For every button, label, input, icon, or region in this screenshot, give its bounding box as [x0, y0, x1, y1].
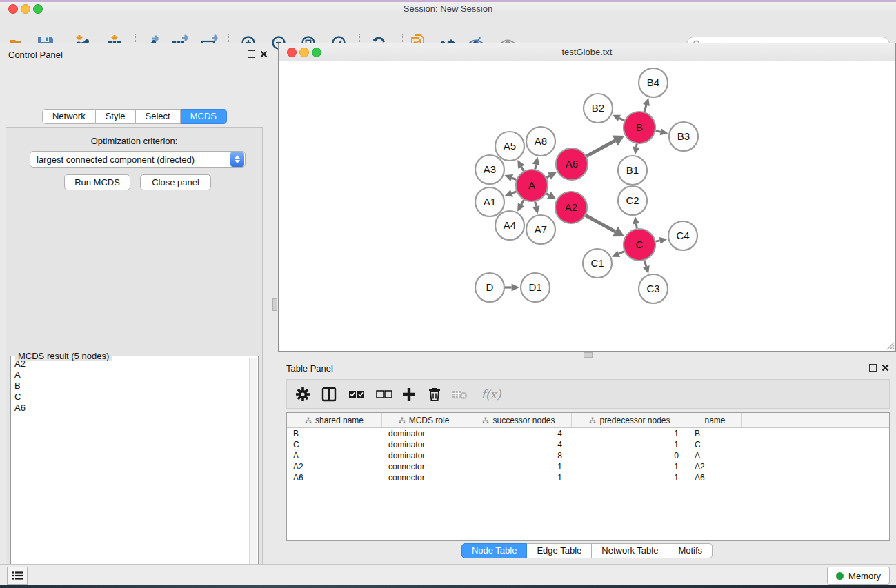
table-cell[interactable]: C [287, 440, 382, 449]
table-cell[interactable]: A2 [688, 462, 742, 472]
edge-A2-C[interactable] [586, 215, 615, 231]
mcds-result-list[interactable]: A2ABCA6 [12, 358, 250, 588]
table-cell[interactable]: 1 [572, 462, 688, 472]
edge-C-C4[interactable] [656, 241, 660, 241]
node-label-B: B [636, 121, 643, 133]
delete-table-icon [451, 388, 468, 401]
tab-node-table[interactable]: Node Table [461, 543, 528, 558]
edge-A6-B[interactable] [586, 141, 615, 156]
table-cell[interactable]: dominator [382, 440, 466, 449]
table-cell[interactable]: 1 [572, 473, 688, 483]
close-table-panel-icon[interactable] [882, 364, 889, 372]
run-mcds-button[interactable]: Run MCDS [64, 174, 130, 190]
function-builder-button[interactable]: f(x) [477, 384, 505, 405]
edge-C-C2[interactable] [636, 224, 637, 229]
float-panel-icon[interactable] [248, 50, 255, 58]
close-panel-button[interactable]: Close panel [140, 174, 211, 190]
table-body: Bdominator41BCdominator41CAdominator80AA… [287, 428, 889, 483]
edge-B-B4[interactable] [644, 105, 646, 112]
table-cell[interactable]: A2 [287, 462, 382, 472]
table-cell[interactable]: B [287, 429, 382, 438]
table-cell[interactable]: dominator [382, 451, 466, 460]
memory-button[interactable]: Memory [827, 567, 890, 585]
edge-B-B3[interactable] [656, 131, 661, 132]
tab-network-table[interactable]: Network Table [592, 543, 668, 558]
tab-select[interactable]: Select [136, 109, 181, 124]
table-cell[interactable]: A [287, 451, 382, 460]
edge-A-A7[interactable] [535, 202, 536, 207]
node-label-C3: C3 [646, 283, 659, 294]
tab-network[interactable]: Network [42, 109, 96, 124]
table-cell[interactable]: 1 [466, 473, 572, 483]
edge-A-A1[interactable] [512, 192, 517, 194]
table-cell[interactable]: 1 [466, 462, 572, 472]
network-canvas[interactable]: B4B2BB3A8A5A6A3B1AC2A1A2A4A7C4CC1DC3D1 [279, 61, 895, 351]
task-history-button[interactable] [7, 567, 28, 585]
create-column-button[interactable] [399, 384, 419, 405]
horizontal-splitter-handle[interactable] [584, 352, 593, 358]
mcds-result-item[interactable]: C [12, 392, 250, 403]
criterion-dropdown[interactable]: largest connected component (directed) [30, 151, 246, 168]
mcds-result-item[interactable]: B [12, 381, 250, 392]
table-row[interactable]: Adominator80A [287, 450, 889, 461]
tab-mcds[interactable]: MCDS [181, 109, 227, 124]
table-cell[interactable]: A6 [287, 473, 382, 483]
table-cell[interactable]: 1 [572, 440, 688, 449]
control-panel-tabs: NetworkStyleSelectMCDS [42, 109, 227, 124]
table-cell[interactable]: B [688, 429, 742, 438]
float-table-panel-icon[interactable] [869, 364, 877, 372]
table-cell[interactable]: 0 [572, 451, 688, 460]
edge-B-B2[interactable] [619, 118, 624, 120]
table-row[interactable]: Cdominator41C [287, 439, 889, 450]
edge-A-A5[interactable] [521, 167, 524, 171]
result-scrollbar[interactable] [249, 358, 257, 588]
arrowhead-icon [643, 265, 650, 274]
column-header-successor-nodes[interactable]: successor nodes [466, 413, 572, 427]
table-cell[interactable]: connector [382, 473, 466, 483]
table-cell[interactable]: C [688, 440, 742, 449]
tab-edge-table[interactable]: Edge Table [527, 543, 592, 558]
deselect-all-button[interactable] [374, 384, 395, 405]
edge-A-A3[interactable] [512, 178, 516, 179]
column-header-MCDS-role[interactable]: MCDS role [382, 413, 466, 427]
table-cell[interactable]: 4 [466, 429, 572, 438]
edge-A-A4[interactable] [521, 200, 524, 205]
tab-motifs[interactable]: Motifs [668, 543, 713, 558]
mcds-result-item[interactable]: A2 [12, 358, 250, 369]
arrowhead-icon [660, 128, 668, 135]
table-cell[interactable]: A [688, 451, 742, 460]
select-all-button[interactable] [346, 384, 367, 405]
edge-A-A8[interactable] [535, 165, 536, 170]
table-cell[interactable]: 1 [572, 429, 688, 438]
table-row[interactable]: A6connector11A6 [287, 472, 889, 483]
delete-table-button[interactable] [449, 384, 470, 405]
main-toolbar [0, 15, 896, 43]
table-row[interactable]: Bdominator41B [287, 428, 889, 439]
tab-style[interactable]: Style [96, 109, 136, 124]
column-header-shared-name[interactable]: shared name [287, 413, 382, 427]
edge-A-A2[interactable] [546, 194, 549, 195]
table-cell[interactable]: 4 [466, 440, 572, 449]
close-panel-icon[interactable] [260, 50, 268, 58]
table-cell[interactable]: dominator [382, 429, 466, 438]
node-label-A3: A3 [484, 163, 496, 175]
vertical-splitter-handle[interactable] [272, 298, 277, 311]
table-cell[interactable]: A6 [688, 473, 742, 483]
show-columns-button[interactable] [319, 384, 339, 405]
mcds-result-item[interactable]: A [12, 369, 250, 381]
edge-C-C1[interactable] [619, 252, 624, 254]
table-row[interactable]: A2connector11A2 [287, 461, 889, 472]
column-header-name[interactable]: name [688, 413, 742, 427]
resize-grip-icon[interactable] [885, 341, 895, 350]
table-cell[interactable]: connector [382, 462, 466, 472]
table-cell[interactable]: 8 [466, 451, 572, 460]
edge-B-B1[interactable] [636, 144, 637, 148]
edge-C-C3[interactable] [644, 261, 646, 267]
node-table[interactable]: shared nameMCDS rolesuccessor nodesprede… [286, 412, 890, 541]
column-header-predecessor-nodes[interactable]: predecessor nodes [572, 413, 688, 427]
attribute-tree-icon [589, 417, 596, 424]
delete-column-button[interactable] [424, 384, 445, 405]
table-settings-button[interactable] [292, 384, 313, 405]
edge-A-A6[interactable] [546, 176, 549, 177]
mcds-result-item[interactable]: A6 [12, 403, 250, 414]
